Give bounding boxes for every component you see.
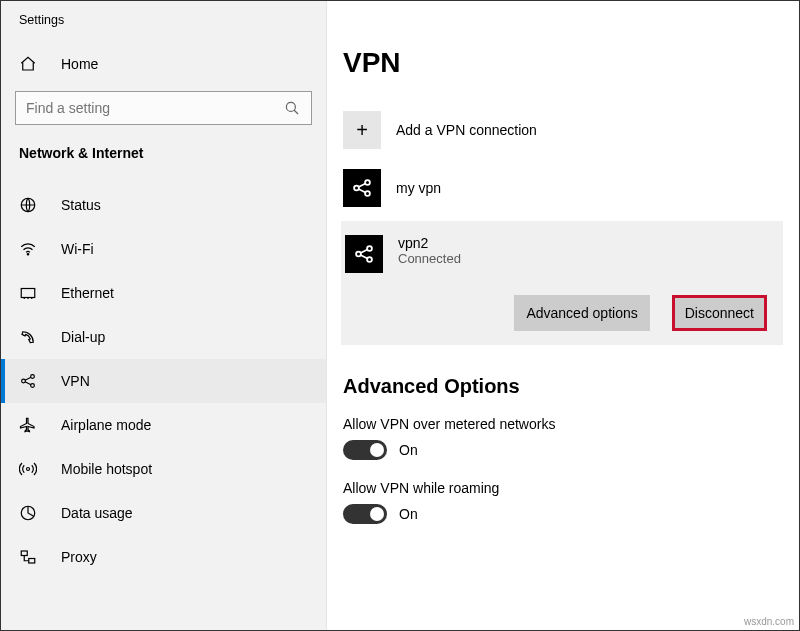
svg-rect-10 [29,559,35,564]
vpn-connection-icon [345,235,383,273]
sidebar-home-label: Home [61,56,98,72]
vpn-connection-name: vpn2 [398,235,461,251]
svg-rect-3 [21,289,35,298]
disconnect-button[interactable]: Disconnect [675,298,764,328]
vpn-connection-status: Connected [398,251,461,266]
sidebar-item-hotspot[interactable]: Mobile hotspot [1,447,326,491]
nav-label: Airplane mode [61,417,151,433]
svg-point-7 [27,468,30,471]
sidebar-item-ethernet[interactable]: Ethernet [1,271,326,315]
nav-label: Status [61,197,101,213]
vpn-connection-name: my vpn [396,180,441,196]
advanced-options-heading: Advanced Options [343,375,783,398]
status-icon [19,196,37,214]
ethernet-icon [19,284,37,302]
opt-metered-label: Allow VPN over metered networks [343,416,783,432]
proxy-icon [19,548,37,566]
svg-point-2 [27,254,29,256]
sidebar-item-datausage[interactable]: Data usage [1,491,326,535]
search-input[interactable] [15,91,312,125]
opt-roaming-label: Allow VPN while roaming [343,480,783,496]
nav-label: Dial-up [61,329,105,345]
hotspot-icon [19,460,37,478]
nav-label: Data usage [61,505,133,521]
sidebar-item-vpn[interactable]: VPN [1,359,326,403]
vpn-icon [19,372,37,390]
sidebar-item-status[interactable]: Status [1,183,326,227]
sidebar-item-dialup[interactable]: Dial-up [1,315,326,359]
toggle-roaming[interactable] [343,504,387,524]
data-usage-icon [19,504,37,522]
search-icon [283,99,301,117]
plus-icon: + [343,111,381,149]
svg-point-0 [286,102,295,111]
wifi-icon [19,240,37,258]
nav-label: VPN [61,373,90,389]
sidebar: Settings Home Network & Internet Status [1,1,327,630]
window-title: Settings [1,1,326,47]
nav-label: Proxy [61,549,97,565]
toggle-roaming-state: On [399,506,418,522]
search-field[interactable] [26,100,283,116]
main-pane: VPN + Add a VPN connection my vpn vpn2 C… [327,1,799,630]
watermark: wsxdn.com [744,616,794,627]
sidebar-item-proxy[interactable]: Proxy [1,535,326,579]
nav-label: Ethernet [61,285,114,301]
svg-rect-9 [21,551,27,556]
sidebar-nav: Status Wi-Fi Ethernet Dial-up [1,183,326,579]
nav-label: Wi-Fi [61,241,94,257]
sidebar-item-airplane[interactable]: Airplane mode [1,403,326,447]
vpn-connection-card-selected[interactable]: vpn2 Connected Advanced options Disconne… [341,221,783,345]
vpn-connection-icon [343,169,381,207]
sidebar-section-label: Network & Internet [1,143,326,183]
disconnect-highlight: Disconnect [672,295,767,331]
airplane-icon [19,416,37,434]
toggle-metered-state: On [399,442,418,458]
toggle-metered[interactable] [343,440,387,460]
advanced-options-button[interactable]: Advanced options [514,295,649,331]
add-vpn-label: Add a VPN connection [396,122,537,138]
vpn-connection-item[interactable]: my vpn [343,163,783,221]
page-title: VPN [343,47,783,79]
home-icon [19,55,37,73]
sidebar-home[interactable]: Home [1,47,326,91]
nav-label: Mobile hotspot [61,461,152,477]
dialup-icon [19,328,37,346]
add-vpn-button[interactable]: + Add a VPN connection [343,105,783,163]
sidebar-item-wifi[interactable]: Wi-Fi [1,227,326,271]
